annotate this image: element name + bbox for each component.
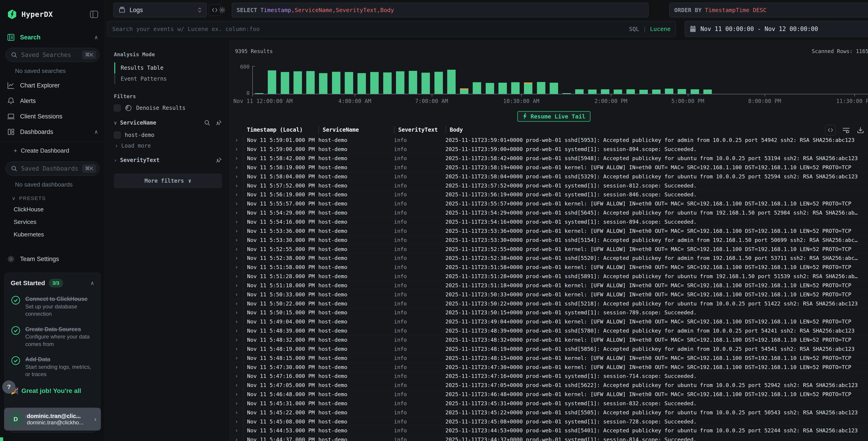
row-expand-icon[interactable]: › [230, 146, 243, 152]
histogram-bar[interactable] [575, 89, 584, 94]
row-expand-icon[interactable]: › [230, 182, 243, 189]
table-row[interactable]: ›Nov 11 5:58:04.000 PMhost-demoinfo2025-… [230, 172, 868, 181]
row-expand-icon[interactable]: › [230, 137, 243, 143]
preset-item-services[interactable]: Services [0, 216, 105, 228]
table-row[interactable]: ›Nov 11 5:50:33.000 PMhost-demoinfo2025-… [230, 290, 868, 299]
mode-event-patterns[interactable]: Event Patterns [115, 74, 222, 84]
preset-item-kubernetes[interactable]: Kubernetes [0, 228, 105, 241]
row-expand-icon[interactable]: › [230, 382, 243, 388]
row-expand-icon[interactable]: › [230, 346, 243, 352]
filter-group-servicename[interactable]: ∨ ServiceName [114, 119, 222, 126]
table-row[interactable]: ›Nov 11 5:58:19.000 PMhost-demoinfo2025-… [230, 163, 868, 172]
histogram-bar[interactable] [383, 72, 392, 94]
histogram-bar[interactable] [678, 89, 686, 94]
table-row[interactable]: ›Nov 11 5:50:22.000 PMhost-demoinfo2025-… [230, 299, 868, 308]
sidebar-item-client-sessions[interactable]: Client Sessions [0, 109, 105, 124]
histogram-bar[interactable] [626, 89, 635, 94]
histogram-bar[interactable] [550, 83, 558, 94]
row-expand-icon[interactable]: › [230, 164, 243, 171]
histogram-bar[interactable] [396, 71, 404, 94]
row-expand-icon[interactable]: › [230, 328, 243, 334]
row-expand-icon[interactable]: › [230, 319, 243, 325]
denoise-results-option[interactable]: Denoise Results [114, 104, 222, 112]
help-button[interactable]: ? [2, 380, 16, 393]
row-expand-icon[interactable]: › [230, 246, 243, 253]
histogram-bar[interactable] [268, 70, 276, 94]
histogram-bar[interactable] [588, 90, 596, 94]
table-row[interactable]: ›Nov 11 5:48:39.000 PMhost-demoinfo2025-… [230, 326, 868, 335]
preset-item-clickhouse[interactable]: ClickHouse [0, 203, 105, 216]
pin-icon[interactable] [215, 157, 222, 164]
row-expand-icon[interactable]: › [230, 400, 243, 407]
table-row[interactable]: ›Nov 11 5:58:42.000 PMhost-demoinfo2025-… [230, 154, 868, 163]
row-expand-icon[interactable]: › [230, 264, 243, 270]
table-row[interactable]: ›Nov 11 5:59:00.000 PMhost-demoinfo2025-… [230, 145, 868, 154]
histogram-bar[interactable] [345, 72, 353, 94]
table-row[interactable]: ›Nov 11 5:54:29.000 PMhost-demoinfo2025-… [230, 208, 868, 217]
histogram-bar[interactable] [486, 83, 494, 94]
select-columns-input[interactable]: SELECT Timestamp,ServiceName,SeverityTex… [232, 3, 649, 17]
row-expand-icon[interactable]: › [230, 337, 243, 343]
row-expand-icon[interactable]: › [230, 228, 243, 234]
histogram-bar[interactable] [614, 90, 622, 94]
row-expand-icon[interactable]: › [230, 273, 243, 280]
row-expand-icon[interactable]: › [230, 282, 243, 289]
table-row[interactable]: ›Nov 11 5:47:05.000 PMhost-demoinfo2025-… [230, 381, 868, 390]
column-header-servicename[interactable]: ServiceName [318, 126, 394, 133]
row-expand-icon[interactable]: › [230, 192, 243, 198]
row-expand-icon[interactable]: › [230, 436, 243, 441]
histogram-bar[interactable] [473, 82, 481, 94]
table-row[interactable]: ›Nov 11 5:50:15.000 PMhost-demoinfo2025-… [230, 308, 868, 317]
row-expand-icon[interactable]: › [230, 237, 243, 243]
histogram-bar[interactable] [447, 70, 456, 94]
chevron-up-icon[interactable]: ∧ [90, 280, 94, 286]
histogram-bar[interactable] [652, 90, 660, 94]
download-icon[interactable] [857, 126, 864, 134]
row-expand-icon[interactable]: › [230, 210, 243, 216]
histogram-bar[interactable] [524, 83, 532, 94]
histogram-bar[interactable] [306, 71, 315, 94]
histogram-bar[interactable] [537, 82, 545, 94]
histogram-bar[interactable] [691, 89, 699, 94]
histogram-bar[interactable] [601, 89, 609, 94]
sidebar-item-dashboards[interactable]: Dashboards ∧ [0, 124, 105, 140]
language-lucene-toggle[interactable]: Lucene [650, 26, 671, 32]
histogram-bar[interactable] [370, 72, 379, 94]
histogram-bar[interactable] [511, 82, 520, 94]
table-row[interactable]: ›Nov 11 5:49:04.000 PMhost-demoinfo2025-… [230, 317, 868, 326]
column-header-body[interactable]: Body [445, 126, 868, 133]
chevron-up-icon[interactable]: ∧ [94, 129, 98, 135]
row-expand-icon[interactable]: › [230, 391, 243, 398]
order-by-input[interactable]: ORDER BY TimestampTime DESC [670, 3, 868, 17]
row-expand-icon[interactable]: › [230, 201, 243, 207]
histogram-bar[interactable] [358, 73, 366, 94]
table-row[interactable]: ›Nov 11 5:47:30.000 PMhost-demoinfo2025-… [230, 363, 868, 372]
row-expand-icon[interactable]: › [230, 427, 243, 434]
table-row[interactable]: ›Nov 11 5:59:01.000 PMhost-demoinfo2025-… [230, 136, 868, 145]
sidebar-collapse-icon[interactable] [90, 10, 99, 19]
table-row[interactable]: ›Nov 11 5:54:16.000 PMhost-demoinfo2025-… [230, 217, 868, 227]
column-header-severitytext[interactable]: SeverityText [394, 126, 445, 133]
column-header-timestamp-local-[interactable]: Timestamp (Local) [243, 126, 318, 133]
table-row[interactable]: ›Nov 11 5:48:19.000 PMhost-demoinfo2025-… [230, 345, 868, 354]
row-expand-icon[interactable]: › [230, 373, 243, 379]
row-expand-icon[interactable]: › [230, 355, 243, 361]
table-row[interactable]: ›Nov 11 5:55:57.000 PMhost-demoinfo2025-… [230, 199, 868, 208]
row-expand-icon[interactable]: › [230, 219, 243, 225]
histogram-bar[interactable] [293, 71, 302, 94]
row-expand-icon[interactable]: › [230, 173, 243, 180]
table-row[interactable]: ›Nov 11 5:44:53.000 PMhost-demoinfo2025-… [230, 426, 868, 435]
table-row[interactable]: ›Nov 11 5:53:30.000 PMhost-demoinfo2025-… [230, 236, 868, 245]
row-expand-icon[interactable]: › [230, 409, 243, 416]
filter-search-icon[interactable] [204, 119, 211, 126]
histogram-bar[interactable] [460, 88, 468, 94]
source-select[interactable]: Logs [114, 3, 207, 17]
histogram-bar[interactable] [409, 71, 417, 94]
row-expand-icon[interactable]: › [230, 364, 243, 371]
saved-dashboards-input[interactable]: Saved Dashboards ⌘K [5, 161, 99, 176]
table-row[interactable]: ›Nov 11 5:45:31.000 PMhost-demoinfo2025-… [230, 399, 868, 408]
denoise-checkbox[interactable] [114, 105, 121, 111]
code-view-icon[interactable] [825, 125, 836, 135]
sidebar-item-alerts[interactable]: Alerts [0, 93, 105, 109]
histogram-bar[interactable] [640, 90, 648, 94]
